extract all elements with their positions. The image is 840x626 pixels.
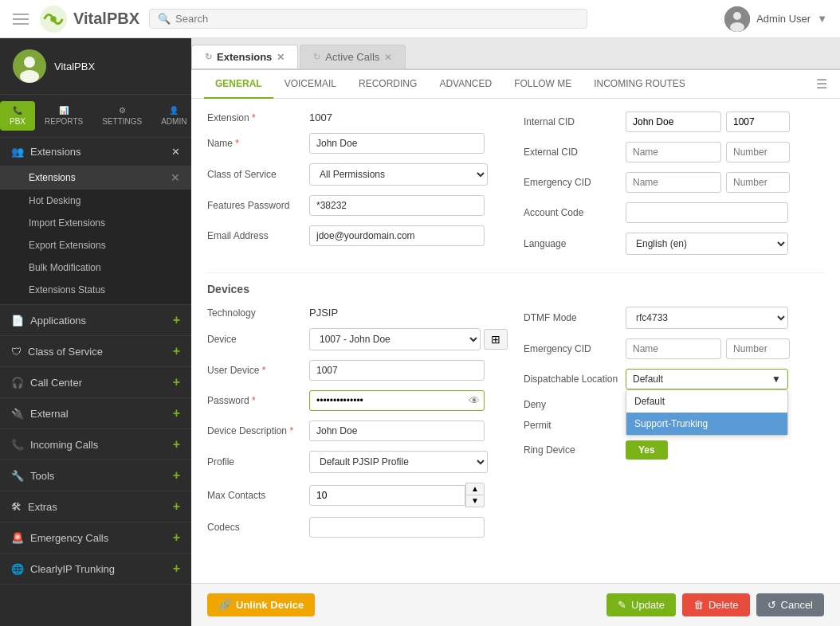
sidebar-section-header-emergency[interactable]: 🚨 Emergency Calls + [0,522,191,553]
emergency-expand-icon[interactable]: + [173,530,180,545]
username-label[interactable]: Admin User [756,13,811,25]
hamburger-menu[interactable] [13,14,29,25]
sidebar-item-bulk-modification[interactable]: Bulk Modification [0,256,191,279]
sidebar-item-export-extensions[interactable]: Export Extensions [0,234,191,256]
sidebar-tab-settings[interactable]: ⚙ SETTINGS [92,101,151,131]
account-code-input[interactable] [626,202,788,223]
ring-device-button[interactable]: Yes [626,440,668,460]
search-input[interactable] [175,13,579,25]
delete-label: Delete [709,599,739,611]
sidebar-section-header-external[interactable]: 🔌 External + [0,398,191,428]
sidebar-item-extensions[interactable]: Extensions ✕ [0,166,191,190]
external-cid-name-input[interactable] [626,142,721,162]
subtab-list-icon[interactable]: ☰ [816,76,827,92]
external-expand-icon[interactable]: + [173,406,180,421]
extras-expand-icon[interactable]: + [173,499,180,514]
dispatchable-dropdown-arrow: ▼ [771,374,781,385]
unlink-device-button[interactable]: 🔗 Unlink Device [207,593,315,616]
sidebar-section-header-tools[interactable]: 🔧 Tools + [0,460,191,491]
search-bar[interactable]: 🔍 [149,9,587,29]
subtab-follow-me[interactable]: FOLLOW ME [503,70,583,99]
sidebar-section-header-callcenter[interactable]: 🎧 Call Center + [0,367,191,397]
internal-cid-number-input[interactable] [726,112,790,132]
clearlyip-expand-icon[interactable]: + [173,561,180,576]
action-buttons: ✎ Update 🗑 Delete ↺ Cancel [606,593,824,616]
emergency-cid-number-input[interactable] [726,172,790,193]
callcenter-expand-icon[interactable]: + [173,375,180,389]
profile-select[interactable]: Default PJSIP Profile [309,451,488,473]
cancel-button[interactable]: ↺ Cancel [756,593,824,616]
emergency-cid2-number-input[interactable] [726,338,790,359]
subtab-general[interactable]: GENERAL [204,70,273,99]
incoming-calls-label: Incoming Calls [30,439,98,451]
tab-active-calls[interactable]: ↻ Active Calls ✕ [300,45,406,68]
subtab-advanced[interactable]: ADVANCED [428,70,503,99]
sidebar-section-header-clearlyip[interactable]: 🌐 ClearlyIP Trunking + [0,554,191,584]
dispatchable-location-select[interactable]: Default ▼ [626,369,788,389]
extras-icon: 🛠 [11,501,22,513]
dropdown-option-default[interactable]: Default [626,390,787,413]
devices-two-col: Technology PJSIP Device 1007 - John Doe [207,307,824,547]
sidebar-item-import-extensions[interactable]: Import Extensions [0,212,191,234]
sidebar-section-header-cos[interactable]: 🛡 Class of Service + [0,336,191,366]
device-select[interactable]: 1007 - John Doe [309,328,481,350]
emergency-icon: 🚨 [11,532,24,544]
sidebar-tab-admin[interactable]: 👤 ADMIN [151,101,196,131]
password-toggle-icon[interactable]: 👁 [469,394,480,407]
unlink-icon: 🔗 [218,599,231,611]
max-contacts-up[interactable]: ▲ [465,483,485,495]
subtab-incoming-routes[interactable]: INCOMING ROUTES [583,70,697,99]
tab-active-calls-close[interactable]: ✕ [384,52,392,63]
emergency-cid2-row: Emergency CID [524,338,824,359]
sidebar-section-header-extras[interactable]: 🛠 Extras + [0,491,191,522]
user-device-input[interactable] [309,360,485,381]
cos-select[interactable]: All Permissions [309,163,488,186]
incoming-expand-icon[interactable]: + [173,437,180,452]
tab-extensions[interactable]: ↻ Extensions ✕ [191,45,298,68]
emergency-cid-name-input[interactable] [626,172,721,193]
subtab-recording[interactable]: RECORDING [347,70,428,99]
sidebar-section-header-incoming[interactable]: 📞 Incoming Calls + [0,429,191,460]
sidebar-avatar [13,49,46,83]
sidebar-section-header-extensions[interactable]: 👥 Extensions ✕ [0,138,191,166]
sidebar-item-hot-desking[interactable]: Hot Desking [0,190,191,212]
dispatchable-location-value: Default [633,374,663,385]
device-desc-input[interactable] [309,421,485,441]
emergency-cid2-name-input[interactable] [626,338,721,359]
logo-icon [38,4,69,34]
update-button[interactable]: ✎ Update [606,593,676,616]
topbar-right: Admin User ▼ [724,6,827,32]
max-contacts-label: Max Contacts [207,490,303,501]
codecs-input[interactable] [309,517,485,538]
delete-button[interactable]: 🗑 Delete [682,593,750,616]
external-cid-number-input[interactable] [726,142,790,162]
device-grid-button[interactable]: ⊞ [484,329,508,350]
tools-expand-icon[interactable]: + [173,468,180,483]
dropdown-option-support-trunking[interactable]: Support-Trunking [626,413,787,435]
dtmf-select[interactable]: rfc4733 [626,307,788,329]
language-select[interactable]: English (en) [626,233,788,255]
applications-expand-icon[interactable]: + [173,313,180,327]
sidebar-tab-reports[interactable]: 📊 REPORTS [35,101,92,131]
subtab-voicemail[interactable]: VOICEMAIL [273,70,347,99]
sidebar-tab-pbx[interactable]: 📞 PBX [0,101,35,131]
user-dropdown-icon[interactable]: ▼ [817,13,827,25]
tab-extensions-close[interactable]: ✕ [277,52,285,63]
user-avatar[interactable] [724,6,750,32]
sidebar-section-header-applications[interactable]: 📄 Applications + [0,305,191,335]
max-contacts-input[interactable] [309,485,465,506]
max-contacts-down[interactable]: ▼ [465,495,485,507]
extensions-close-icon[interactable]: ✕ [171,146,180,158]
applications-icon: 📄 [11,315,24,327]
internal-cid-name-input[interactable] [626,112,721,132]
extensions-sub-close[interactable]: ✕ [171,171,180,184]
email-input[interactable] [309,225,485,246]
sidebar-item-extensions-status[interactable]: Extensions Status [0,279,191,301]
tab-active-calls-refresh-icon: ↻ [313,52,320,62]
password-input[interactable] [309,390,485,411]
sidebar-section-incoming-calls: 📞 Incoming Calls + [0,429,191,460]
deny-label: Deny [524,399,619,410]
name-input[interactable] [309,133,485,154]
features-password-input[interactable] [309,195,485,216]
cos-expand-icon[interactable]: + [173,344,180,358]
